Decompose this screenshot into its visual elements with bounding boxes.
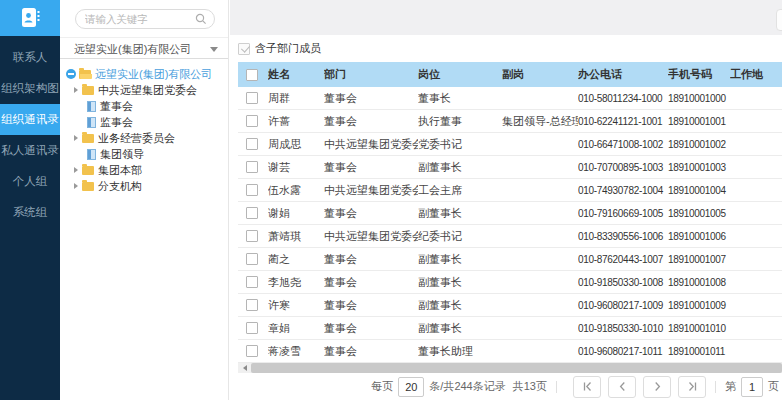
cell-2: 副董事长	[418, 206, 502, 221]
caret-right-icon[interactable]	[74, 87, 78, 93]
sidebar-item-个人组[interactable]: 个人组	[0, 166, 60, 197]
first-page-icon	[582, 381, 593, 392]
pagination-bar: 每页 条/共244条记录 共13页	[230, 373, 782, 400]
column-header-副岗[interactable]: 副岗	[502, 67, 578, 82]
column-header-工作地[interactable]: 工作地	[730, 67, 782, 82]
page-jump-prefix: 第	[725, 379, 736, 394]
tree-node-董事会[interactable]: 董事会	[60, 98, 228, 114]
tree-node-业务经营委员会[interactable]: 业务经营委员会	[60, 130, 228, 146]
row-checkbox[interactable]	[246, 115, 258, 127]
row-checkbox[interactable]	[246, 92, 258, 104]
tree-node-分支机构[interactable]: 分支机构	[60, 178, 228, 194]
row-checkbox[interactable]	[246, 184, 258, 196]
current-page-input[interactable]	[741, 377, 763, 397]
tree-node-中共远望集团党委会[interactable]: 中共远望集团党委会	[60, 82, 228, 98]
cell-1: 中共远望集团党委会/工会...	[324, 183, 418, 198]
select-all-checkbox[interactable]	[246, 69, 258, 81]
per-page-label: 每页	[371, 379, 393, 394]
table-row[interactable]: 蒋凌雪董事会董事长助理010-96080217-101118910001011	[238, 340, 782, 363]
search-input[interactable]	[85, 13, 195, 25]
folder-icon	[82, 134, 94, 143]
caret-right-icon[interactable]	[74, 135, 78, 141]
row-check-cell	[238, 253, 268, 265]
table-row[interactable]: 许寒董事会副董事长010-96080217-100918910001009	[238, 294, 782, 317]
cell-2: 党委书记	[418, 137, 502, 152]
minus-circle-icon[interactable]	[66, 69, 76, 79]
scrollbar-thumb[interactable]	[251, 363, 782, 373]
cell-2: 副董事长	[418, 275, 502, 290]
table-row[interactable]: 章娟董事会副董事长010-91850330-101018910001010	[238, 317, 782, 340]
row-checkbox[interactable]	[246, 299, 258, 311]
row-checkbox[interactable]	[246, 345, 258, 357]
tree-node-监事会[interactable]: 监事会	[60, 114, 228, 130]
horizontal-scrollbar	[238, 363, 782, 373]
include-sub-department-checkbox[interactable]	[238, 43, 250, 55]
tree-node-label: 集团领导	[100, 147, 144, 162]
cell-1: 董事会	[324, 298, 418, 313]
cell-2: 董事长助理	[418, 344, 502, 359]
cell-4: 010-79160669-1005	[578, 208, 668, 219]
cell-2: 董事长	[418, 91, 502, 106]
table-header-row: 姓名部门岗位副岗办公电话手机号码工作地	[238, 62, 782, 87]
row-checkbox[interactable]	[246, 138, 258, 150]
first-page-button[interactable]	[573, 376, 601, 398]
tree-node-集团本部[interactable]: 集团本部	[60, 162, 228, 178]
sidebar-item-私人通讯录[interactable]: 私人通讯录	[0, 135, 60, 166]
table-row[interactable]: 李旭尧董事会副董事长010-91850330-100818910001008	[238, 271, 782, 294]
table-row[interactable]: 萧靖琪中共远望集团党委会/纪委纪委书记010-83390556-10061891…	[238, 225, 782, 248]
caret-right-icon[interactable]	[74, 183, 78, 189]
tree-node-label: 业务经营委员会	[98, 131, 175, 146]
cell-5: 18910001000	[668, 93, 730, 104]
row-check-cell	[238, 322, 268, 334]
pagination-divider	[556, 381, 557, 393]
row-checkbox[interactable]	[246, 322, 258, 334]
tree-node-集团领导[interactable]: 集团领导	[60, 146, 228, 162]
per-page-input[interactable]	[398, 377, 424, 397]
sidebar-item-组织架构图[interactable]: 组织架构图	[0, 73, 60, 104]
search-area	[60, 0, 228, 38]
cell-0: 蔺之	[268, 252, 324, 267]
app-logo[interactable]	[0, 0, 60, 36]
tree-node-远望实业(集团)有限公司[interactable]: 远望实业(集团)有限公司	[60, 66, 228, 82]
column-header-姓名[interactable]: 姓名	[268, 67, 324, 82]
address-book-icon	[17, 5, 43, 31]
search-box[interactable]	[75, 9, 215, 29]
cell-4: 010-91850330-1008	[578, 277, 668, 288]
column-header-手机号码[interactable]: 手机号码	[668, 67, 730, 82]
scroll-left-button[interactable]	[238, 363, 251, 373]
table-row[interactable]: 周成思中共远望集团党委会/党委...党委书记010-66471008-10021…	[238, 133, 782, 156]
table-row[interactable]: 周群董事会董事长010-58011234-100018910001000	[238, 87, 782, 110]
cell-4: 010-62241121-1001	[578, 116, 668, 127]
tree-node-label: 分支机构	[98, 179, 142, 194]
prev-page-button[interactable]	[608, 376, 636, 398]
column-header-岗位[interactable]: 岗位	[418, 67, 502, 82]
cell-0: 谢娟	[268, 206, 324, 221]
table-row[interactable]: 蔺之董事会副董事长010-87620443-100718910001007	[238, 248, 782, 271]
row-checkbox[interactable]	[246, 207, 258, 219]
row-checkbox[interactable]	[246, 230, 258, 242]
topbar-edge-button[interactable]	[776, 9, 782, 31]
row-checkbox[interactable]	[246, 276, 258, 288]
table-row[interactable]: 伍水露中共远望集团党委会/工会...工会主席010-74930782-10041…	[238, 179, 782, 202]
table-row[interactable]: 许蔷董事会执行董事集团领导-总经理010-62241121-1001189100…	[238, 110, 782, 133]
column-header-办公电话[interactable]: 办公电话	[578, 67, 668, 82]
company-select[interactable]: 远望实业(集团)有限公司	[60, 40, 228, 59]
sidebar-item-组织通讯录[interactable]: 组织通讯录	[0, 104, 60, 135]
next-page-button[interactable]	[643, 376, 671, 398]
table-row[interactable]: 谢娟董事会副董事长010-79160669-100518910001005	[238, 202, 782, 225]
cell-4: 010-91850330-1010	[578, 323, 668, 334]
sidebar-item-联系人[interactable]: 联系人	[0, 42, 60, 73]
cell-1: 董事会	[324, 91, 418, 106]
org-tree-panel: 远望实业(集团)有限公司 远望实业(集团)有限公司中共远望集团党委会董事会监事会…	[60, 0, 229, 400]
caret-right-icon[interactable]	[74, 167, 78, 173]
row-check-cell	[238, 299, 268, 311]
sidebar-item-系统组[interactable]: 系统组	[0, 197, 60, 228]
cell-4: 010-58011234-1000	[578, 93, 668, 104]
table-row[interactable]: 谢芸董事会副董事长010-70700895-100318910001003	[238, 156, 782, 179]
cell-0: 李旭尧	[268, 275, 324, 290]
last-page-button[interactable]	[678, 376, 706, 398]
column-header-部门[interactable]: 部门	[324, 67, 418, 82]
members-table: 姓名部门岗位副岗办公电话手机号码工作地 周群董事会董事长010-58011234…	[238, 62, 782, 363]
row-checkbox[interactable]	[246, 253, 258, 265]
row-checkbox[interactable]	[246, 161, 258, 173]
